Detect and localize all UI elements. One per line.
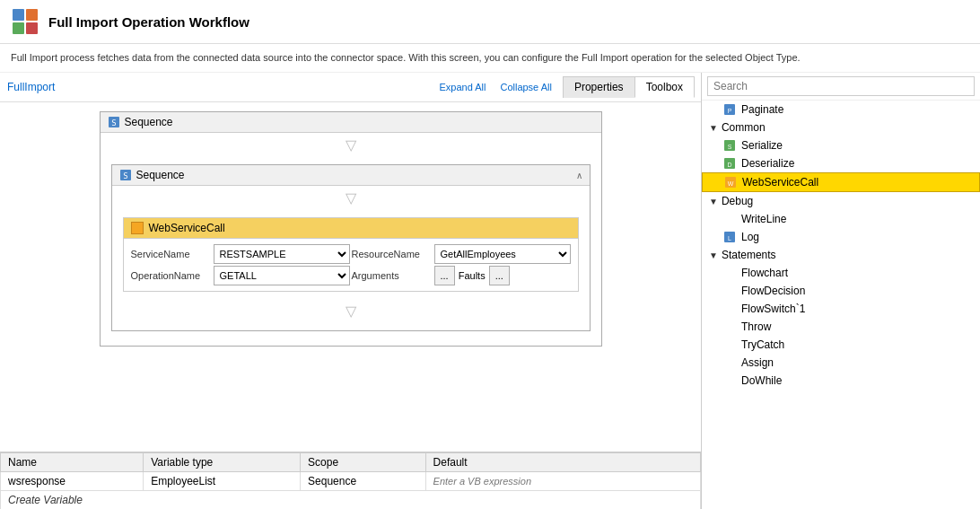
operation-name-label: OperationName xyxy=(131,270,212,281)
tab-properties[interactable]: Properties xyxy=(563,76,635,98)
svg-rect-2 xyxy=(13,22,24,34)
svg-text:P: P xyxy=(728,108,732,114)
item-trycatch-label: TryCatch xyxy=(741,338,784,351)
arguments-label: Arguments xyxy=(352,270,433,281)
toolbox-item-flowswitch[interactable]: FlowSwitch`1 xyxy=(702,300,980,318)
svg-rect-1 xyxy=(26,9,38,21)
arrow-3: ▽ xyxy=(112,299,590,323)
var-default[interactable] xyxy=(425,472,700,491)
main-layout: FullImport Expand All Collapse All Prope… xyxy=(0,73,980,509)
var-name: wsresponse xyxy=(1,472,144,491)
outer-sequence-icon: S xyxy=(108,116,120,128)
paginate-icon: P xyxy=(723,103,736,116)
resource-name-label: ResourceName xyxy=(352,249,433,259)
toolbox-item-assign[interactable]: Assign xyxy=(702,354,980,372)
arguments-faults: ... Faults ... xyxy=(434,266,571,285)
toolbox-item-serialize[interactable]: S Serialize xyxy=(702,136,980,154)
col-variable-type: Variable type xyxy=(144,453,301,472)
page-title: Full Import Operation Workflow xyxy=(48,14,249,30)
search-box xyxy=(702,73,980,101)
workflow-canvas[interactable]: S Sequence ▽ S Sequence ∧ ▽ xyxy=(0,102,701,452)
var-default-input[interactable] xyxy=(433,476,693,487)
header: Full Import Operation Workflow xyxy=(0,0,980,44)
log-icon: L xyxy=(723,231,736,243)
inner-sequence-collapse[interactable]: ∧ xyxy=(576,171,582,180)
var-type: EmployeeList xyxy=(144,472,301,491)
toolbox-item-webservicecall[interactable]: W WebServiceCall xyxy=(702,172,980,192)
col-scope: Scope xyxy=(301,453,426,472)
right-tab-group: Properties Toolbox xyxy=(563,76,694,98)
inner-sequence: S Sequence ∧ ▽ WebServiceCall Servic xyxy=(111,164,591,331)
item-flowswitch-label: FlowSwitch`1 xyxy=(741,303,805,315)
toolbar: FullImport Expand All Collapse All Prope… xyxy=(0,73,701,102)
operation-name-select[interactable]: GETALL xyxy=(214,266,350,285)
svg-rect-3 xyxy=(26,22,38,34)
toolbox-section-common-header[interactable]: ▼ Common xyxy=(702,118,980,136)
faults-button[interactable]: ... xyxy=(489,266,510,285)
tab-toolbox[interactable]: Toolbox xyxy=(634,76,695,98)
outer-sequence-label: Sequence xyxy=(125,116,173,128)
arguments-button[interactable]: ... xyxy=(434,266,455,285)
search-input[interactable] xyxy=(707,76,975,96)
arrow-1: ▽ xyxy=(101,133,601,157)
service-name-label: ServiceName xyxy=(131,249,212,259)
resource-name-select[interactable]: GetAllEmployees xyxy=(434,244,571,264)
common-expand-icon: ▼ xyxy=(709,123,718,133)
item-serialize-label: Serialize xyxy=(741,139,783,152)
toolbox-item-throw[interactable]: Throw xyxy=(702,318,980,336)
svg-text:D: D xyxy=(727,162,731,168)
faults-label: Faults xyxy=(459,270,486,281)
toolbox-item-paginate[interactable]: P Paginate xyxy=(702,101,980,118)
create-variable-row[interactable]: Create Variable xyxy=(1,491,701,509)
table-row: wsresponse EmployeeList Sequence xyxy=(1,472,701,491)
right-panel: P Paginate ▼ Common S Serialize xyxy=(702,73,980,509)
toolbox-item-flowdecision[interactable]: FlowDecision xyxy=(702,282,980,300)
variables-panel: Name Variable type Scope Default wsrespo… xyxy=(0,452,701,509)
toolbox-item-deserialize[interactable]: D Deserialize xyxy=(702,154,980,172)
expand-all-button[interactable]: Expand All xyxy=(435,80,489,94)
common-label: Common xyxy=(722,121,766,134)
item-flowchart-label: Flowchart xyxy=(741,267,788,279)
wsc-body: ServiceName RESTSAMPLE ResourceName GetA… xyxy=(124,239,578,291)
breadcrumb[interactable]: FullImport xyxy=(7,81,55,93)
var-scope: Sequence xyxy=(301,472,426,491)
item-flowdecision-label: FlowDecision xyxy=(741,285,805,297)
toolbox-item-trycatch[interactable]: TryCatch xyxy=(702,336,980,354)
svg-text:S: S xyxy=(123,171,127,180)
wsc-toolbox-icon: W xyxy=(724,176,737,189)
toolbox-section-statements: ▼ Statements Flowchart FlowDecision Flow… xyxy=(702,246,980,390)
col-default: Default xyxy=(425,453,700,472)
deserialize-icon: D xyxy=(723,157,736,170)
col-name: Name xyxy=(1,453,144,472)
item-log-label: Log xyxy=(741,231,759,243)
create-variable[interactable]: Create Variable xyxy=(1,491,701,509)
toolbox-section-statements-header[interactable]: ▼ Statements xyxy=(702,246,980,264)
serialize-icon: S xyxy=(723,139,736,152)
debug-label: Debug xyxy=(722,195,753,207)
outer-sequence: S Sequence ▽ S Sequence ∧ ▽ xyxy=(100,111,602,347)
variables-table: Name Variable type Scope Default wsrespo… xyxy=(0,452,701,509)
toolbox-item-dowhile[interactable]: DoWhile xyxy=(702,372,980,390)
toolbox-item-writeline[interactable]: WriteLine xyxy=(702,210,980,228)
wsc-header: WebServiceCall xyxy=(124,218,578,239)
toolbox-item-log[interactable]: L Log xyxy=(702,228,980,246)
service-name-select[interactable]: RESTSAMPLE xyxy=(214,244,350,264)
svg-text:S: S xyxy=(111,118,116,127)
item-wsc-label: WebServiceCall xyxy=(742,176,818,189)
wsc-label: WebServiceCall xyxy=(149,222,225,234)
item-writeline-label: WriteLine xyxy=(741,213,786,225)
statements-label: Statements xyxy=(722,249,776,261)
toolbox-section-common: ▼ Common S Serialize D Deserialize xyxy=(702,118,980,192)
wsc-icon xyxy=(131,222,144,234)
toolbox-item-flowchart[interactable]: Flowchart xyxy=(702,264,980,282)
inner-sequence-icon: S xyxy=(119,169,132,181)
debug-expand-icon: ▼ xyxy=(709,197,718,206)
arrow-2: ▽ xyxy=(112,186,590,210)
header-icon xyxy=(11,7,39,36)
wsc-box: WebServiceCall ServiceName RESTSAMPLE Re… xyxy=(123,217,579,292)
toolbox-content: P Paginate ▼ Common S Serialize xyxy=(702,101,980,509)
collapse-all-button[interactable]: Collapse All xyxy=(496,80,555,94)
left-panel: FullImport Expand All Collapse All Prope… xyxy=(0,73,702,509)
toolbox-section-debug: ▼ Debug WriteLine L Log xyxy=(702,192,980,246)
toolbox-section-debug-header[interactable]: ▼ Debug xyxy=(702,192,980,210)
